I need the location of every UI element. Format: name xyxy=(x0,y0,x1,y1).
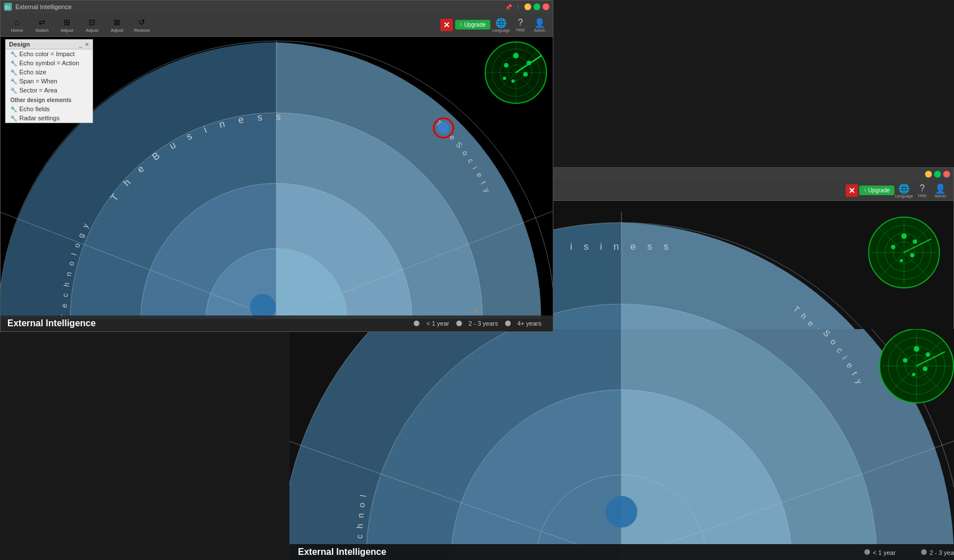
panel-close-btn[interactable]: ✕ xyxy=(85,41,89,48)
echo-fields-icon: 🔧 xyxy=(10,106,17,112)
echo-color-item[interactable]: 🔧 Echo color = Impact xyxy=(6,49,93,58)
svg-point-49 xyxy=(511,79,515,83)
svg-point-20 xyxy=(910,253,914,258)
title-bar: EI External Intelligence 📌 ⋮ xyxy=(1,1,553,13)
main-upgrade-btn[interactable]: ↑ Upgrade xyxy=(455,20,490,30)
timeline-label-2: 2 - 3 years xyxy=(469,320,498,327)
svg-text:EI: EI xyxy=(5,5,10,10)
main-menu-icon[interactable]: ⋮ xyxy=(515,4,521,10)
switch-btn[interactable]: ⇄ Switch xyxy=(30,14,54,36)
span-when-label: Span = When xyxy=(19,78,57,85)
language-label: Language xyxy=(895,194,913,198)
home-btn[interactable]: ⌂ Home xyxy=(5,14,29,36)
svg-point-21 xyxy=(900,259,903,262)
timeline-label-3: 4+ years xyxy=(518,320,542,327)
span-when-item[interactable]: 🔧 Span = When xyxy=(6,77,93,86)
main-admin-btn[interactable]: 👤 Admin xyxy=(531,16,548,33)
main-upgrade-label: Upgrade xyxy=(464,22,486,28)
window-controls xyxy=(925,171,950,178)
adjust1-icon: ⊞ xyxy=(62,17,72,27)
timeline-dot-3 xyxy=(505,321,511,326)
echo-size-label: Echo size xyxy=(19,69,47,75)
main-upgrade-icon: ↑ xyxy=(460,22,463,28)
svg-point-77 xyxy=(864,549,870,555)
svg-point-33 xyxy=(438,122,449,134)
svg-point-70 xyxy=(903,358,907,363)
adjust2-label: Adjust xyxy=(86,28,98,33)
main-help-label: Help xyxy=(516,28,524,32)
timeline-dot-1 xyxy=(414,321,419,326)
maximize-btn[interactable] xyxy=(934,171,941,178)
main-close-red[interactable]: ✕ xyxy=(440,19,453,31)
svg-point-69 xyxy=(914,346,919,352)
svg-point-51 xyxy=(503,77,506,80)
svg-point-22 xyxy=(913,239,917,244)
echo-symbol-item[interactable]: 🔧 Echo symbol = Action xyxy=(6,58,93,68)
adjust1-label: Adjust xyxy=(61,28,73,33)
echo-symbol-label: Echo symbol = Action xyxy=(19,60,79,66)
main-window: EI External Intelligence 📌 ⋮ ⌂ Home ⇄ Sw… xyxy=(0,0,553,332)
main-content: Design _ ✕ 🔧 Echo color = Impact 🔧 Echo … xyxy=(1,37,553,331)
radar-settings-label: Radar settings xyxy=(19,115,60,121)
panel-controls: _ ✕ xyxy=(79,41,89,48)
echo-fields-item[interactable]: 🔧 Echo fields xyxy=(6,104,93,113)
main-minimize-btn[interactable] xyxy=(524,3,531,10)
svg-text:External Intelligence: External Intelligence xyxy=(298,547,386,557)
main-admin-label: Admin xyxy=(534,28,545,32)
sector-area-item[interactable]: 🔧 Sector = Area xyxy=(6,86,93,95)
restore-btn[interactable]: ↺ Restore xyxy=(130,14,154,36)
adjust2-btn[interactable]: ⊟ Adjust xyxy=(80,14,104,36)
svg-point-71 xyxy=(923,367,927,371)
timeline-label-1: < 1 year xyxy=(426,320,449,327)
main-language-icon: 🌐 xyxy=(495,18,507,28)
second-admin-btn[interactable]: 👤 Admin xyxy=(932,182,949,199)
sector-area-icon: 🔧 xyxy=(10,87,17,94)
second-help-btn[interactable]: ? Help xyxy=(914,182,931,199)
main-pin-icon[interactable]: 📌 xyxy=(505,4,512,10)
panel-header: Design _ ✕ xyxy=(6,40,93,49)
timeline: < 1 year 2 - 3 years 4+ years xyxy=(411,320,546,327)
svg-point-19 xyxy=(891,245,896,250)
main-maximize-btn[interactable] xyxy=(533,3,540,10)
echo-color-label: Echo color = Impact xyxy=(19,50,75,57)
svg-text:i s i n e s s: i s i n e s s xyxy=(570,241,673,252)
radar-settings-item[interactable]: 🔧 Radar settings xyxy=(6,113,93,123)
panel-minimize-btn[interactable]: _ xyxy=(79,41,82,48)
svg-point-50 xyxy=(527,61,531,65)
close-btn[interactable] xyxy=(943,171,950,178)
main-help-btn[interactable]: ? Help xyxy=(512,16,529,33)
main-language-btn[interactable]: 🌐 Language xyxy=(493,16,510,33)
second-close-red[interactable]: ✕ xyxy=(846,184,858,197)
svg-point-48 xyxy=(523,72,528,77)
adjust3-label: Adjust xyxy=(111,28,123,33)
home-icon: ⌂ xyxy=(12,17,22,27)
minimize-btn[interactable] xyxy=(925,171,932,178)
adjust3-btn[interactable]: ⊠ Adjust xyxy=(105,14,129,36)
radar-settings-icon: 🔧 xyxy=(10,115,17,121)
svg-point-79 xyxy=(921,549,927,555)
upgrade-icon: ↑ xyxy=(864,187,867,193)
second-window-bottom: T e c h n o l T h e S o c i e t y xyxy=(289,329,954,560)
echo-color-icon: 🔧 xyxy=(10,51,17,57)
main-help-icon: ? xyxy=(518,18,523,28)
second-language-btn[interactable]: 🌐 Language xyxy=(896,182,913,199)
main-close-btn[interactable] xyxy=(543,3,549,10)
toolbar-right: ✕ ↑ Upgrade 🌐 Language ? Help 👤 Admin xyxy=(440,16,548,33)
panel-title: Design xyxy=(9,41,30,48)
second-radar-bottom-svg: T e c h n o l T h e S o c i e t y xyxy=(289,329,954,560)
second-upgrade-btn[interactable]: ↑ Upgrade xyxy=(859,186,894,195)
timeline-dot-2 xyxy=(456,321,462,326)
adjust1-btn[interactable]: ⊞ Adjust xyxy=(55,14,79,36)
svg-point-47 xyxy=(504,63,508,68)
main-language-label: Language xyxy=(492,28,510,32)
svg-point-73 xyxy=(926,352,930,357)
switch-icon: ⇄ xyxy=(37,17,47,27)
language-icon: 🌐 xyxy=(898,183,910,194)
echo-fields-label: Echo fields xyxy=(19,106,50,112)
app-icon: EI xyxy=(4,3,12,11)
svg-rect-75 xyxy=(289,544,954,560)
echo-size-item[interactable]: 🔧 Echo size xyxy=(6,68,93,77)
svg-point-58 xyxy=(606,496,637,528)
mini-radar xyxy=(485,41,547,104)
main-admin-icon: 👤 xyxy=(534,18,545,28)
